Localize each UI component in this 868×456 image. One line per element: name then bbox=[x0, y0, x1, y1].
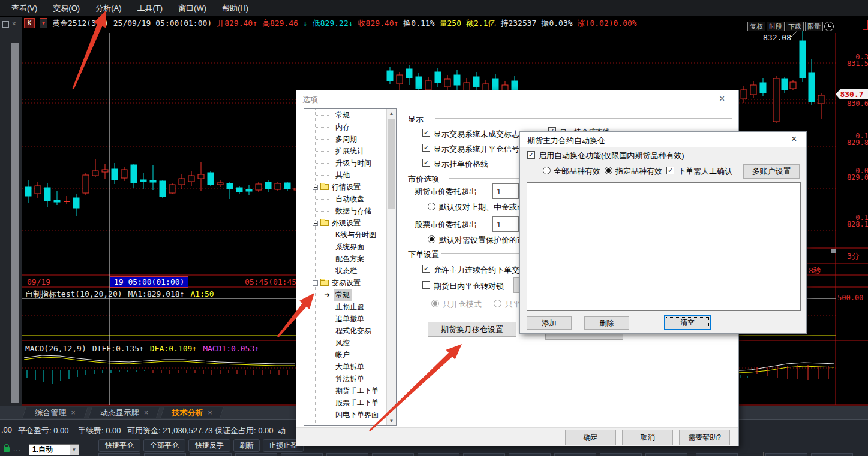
chart-tool-button[interactable]: 复权 bbox=[747, 22, 765, 31]
display-checkbox[interactable]: ✓ bbox=[422, 144, 430, 152]
tree-folder[interactable]: 外观设置 bbox=[304, 217, 396, 229]
tree-item[interactable]: 大单拆单 bbox=[304, 361, 396, 373]
tree-collapse-icon[interactable] bbox=[313, 221, 318, 226]
default-sfe-radio[interactable] bbox=[428, 203, 435, 210]
partial-button[interactable] bbox=[326, 453, 368, 456]
tree-item[interactable]: 状态栏 bbox=[304, 265, 396, 277]
tree-item[interactable]: 升级与时间 bbox=[304, 157, 396, 169]
tab-动态显示牌[interactable]: 动态显示牌× bbox=[90, 407, 158, 418]
manual-confirm-checkbox[interactable]: ✓ bbox=[666, 167, 674, 174]
partial-button[interactable] bbox=[509, 453, 551, 456]
tree-item[interactable]: 帐户 bbox=[304, 349, 396, 361]
tree-collapse-icon[interactable] bbox=[313, 280, 318, 286]
chart-tool-button[interactable]: 时段 bbox=[767, 22, 785, 31]
tree-item[interactable]: 期货手工下单 bbox=[304, 385, 396, 397]
partial-button[interactable] bbox=[372, 453, 414, 456]
hscrollbar-fragment[interactable] bbox=[831, 249, 836, 253]
tree-item[interactable]: 程式化交易 bbox=[304, 325, 396, 337]
chart-tool-button[interactable]: 限量 bbox=[805, 22, 823, 31]
tree-item[interactable]: 自动收盘 bbox=[304, 193, 396, 205]
partial-button[interactable] bbox=[98, 453, 140, 456]
scroll-up-icon[interactable]: ▲ bbox=[387, 109, 396, 118]
stock-market-exceed-input[interactable] bbox=[492, 216, 519, 232]
ok-button[interactable]: 确定 bbox=[565, 430, 616, 445]
default-protect-price-radio[interactable] bbox=[428, 235, 435, 243]
all-products-radio[interactable] bbox=[543, 167, 551, 174]
futures-rollover-settings-button[interactable]: 期货换月移仓设置 bbox=[428, 322, 516, 337]
tab-close-icon[interactable]: × bbox=[144, 409, 148, 417]
tree-item[interactable]: 扩展统计 bbox=[304, 145, 396, 157]
tab-close-icon[interactable]: × bbox=[71, 409, 75, 417]
action-button[interactable]: 快捷反手 bbox=[188, 439, 230, 452]
display-checkbox-label: 显示交易系统开平仓信号 bbox=[434, 144, 519, 155]
intraday-hedge-checkbox[interactable] bbox=[422, 281, 430, 289]
tree-item[interactable]: 系统界面 bbox=[304, 241, 396, 253]
kline-mode-badge[interactable]: K bbox=[24, 18, 35, 28]
tab-技术分析[interactable]: 技术分析× bbox=[162, 407, 222, 418]
tree-item[interactable]: ➜常规 bbox=[304, 289, 396, 301]
tree-item-label: 内存 bbox=[335, 122, 350, 132]
tree-item[interactable]: 其他 bbox=[304, 169, 396, 181]
tree-item[interactable]: 风控 bbox=[304, 337, 396, 349]
partial-button[interactable] bbox=[811, 453, 853, 456]
multi-account-settings-button[interactable]: 多账户设置 bbox=[743, 164, 800, 179]
tree-item[interactable]: 算法拆单 bbox=[304, 373, 396, 385]
scrollbar-thumb[interactable] bbox=[388, 119, 395, 209]
partial-button[interactable] bbox=[281, 453, 323, 456]
help-button[interactable]: 需要帮助? bbox=[679, 430, 730, 445]
cancel-button[interactable]: 取消 bbox=[622, 430, 673, 445]
action-button[interactable]: 刷新 bbox=[233, 439, 260, 452]
folder-icon bbox=[320, 184, 329, 190]
clock-icon[interactable] bbox=[824, 22, 834, 31]
scroll-down-icon[interactable]: ▼ bbox=[387, 416, 396, 425]
tab-close-icon[interactable]: × bbox=[208, 409, 212, 417]
rollover-product-list[interactable] bbox=[527, 182, 801, 311]
tree-item[interactable]: 数据与存储 bbox=[304, 205, 396, 217]
tree-item[interactable]: 内存 bbox=[304, 121, 396, 133]
period-label[interactable]: 3分 bbox=[847, 251, 860, 262]
tree-scrollbar[interactable]: ▲ ▼ bbox=[386, 109, 396, 425]
partial-button[interactable] bbox=[765, 453, 807, 456]
specified-products-radio[interactable] bbox=[605, 167, 612, 174]
partial-button[interactable] bbox=[463, 453, 505, 456]
display-checkbox[interactable]: ✓ bbox=[422, 159, 430, 167]
options-tree: 常规内存多周期扩展统计升级与时间其他行情设置自动收盘数据与存储外观设置K线与分时… bbox=[304, 108, 397, 426]
partial-button[interactable] bbox=[645, 453, 687, 456]
添加-button[interactable]: 添加 bbox=[527, 316, 572, 330]
tree-item[interactable]: 止损止盈 bbox=[304, 301, 396, 313]
partial-button[interactable] bbox=[235, 453, 277, 456]
tree-folder[interactable]: 行情设置 bbox=[304, 181, 396, 193]
order-mode-dropdown[interactable]: 1.自动 ▼ bbox=[29, 444, 79, 455]
futures-market-exceed-input[interactable] bbox=[492, 183, 519, 199]
tree-item[interactable]: 常规 bbox=[304, 109, 396, 121]
allow-main-contract-checkbox[interactable]: ✓ bbox=[422, 265, 430, 273]
action-button[interactable]: 快捷平仓 bbox=[98, 439, 140, 452]
action-button[interactable]: 全部平仓 bbox=[143, 439, 185, 452]
lock-icon[interactable] bbox=[4, 447, 10, 452]
display-checkbox[interactable]: ✓ bbox=[422, 129, 430, 137]
tree-folder[interactable]: 交易设置 bbox=[304, 277, 396, 289]
close-icon[interactable]: × bbox=[791, 134, 797, 144]
partial-button[interactable] bbox=[418, 453, 459, 456]
close-icon[interactable]: × bbox=[719, 94, 725, 104]
tree-item[interactable]: 闪电下单界面 bbox=[304, 409, 396, 421]
删除-button[interactable]: 删除 bbox=[584, 316, 629, 330]
tree-item[interactable]: K线与分时图 bbox=[304, 229, 396, 241]
partial-button[interactable] bbox=[144, 453, 186, 456]
chart-tool-button[interactable]: 下载 bbox=[786, 22, 804, 31]
tab-综合管理[interactable]: 综合管理× bbox=[24, 407, 86, 418]
tree-item[interactable]: 配色方案 bbox=[304, 253, 396, 265]
partial-button[interactable] bbox=[696, 453, 738, 456]
partial-button[interactable] bbox=[554, 453, 596, 456]
tree-item[interactable]: 追单撤单 bbox=[304, 313, 396, 325]
partial-button[interactable] bbox=[190, 453, 232, 456]
tree-item[interactable]: 股票手工下单 bbox=[304, 397, 396, 409]
tree-collapse-icon[interactable] bbox=[313, 185, 318, 190]
enable-auto-rollover-checkbox[interactable]: ✓ bbox=[527, 151, 535, 159]
partial-button[interactable] bbox=[600, 453, 642, 456]
kline-mode-dropdown-icon[interactable]: ▼ bbox=[40, 18, 47, 28]
more-options-icon[interactable]: ... bbox=[13, 445, 21, 453]
chevron-down-icon[interactable]: ▼ bbox=[70, 445, 79, 455]
清空-button[interactable]: 清空 bbox=[664, 315, 711, 330]
tree-item[interactable]: 多周期 bbox=[304, 133, 396, 145]
